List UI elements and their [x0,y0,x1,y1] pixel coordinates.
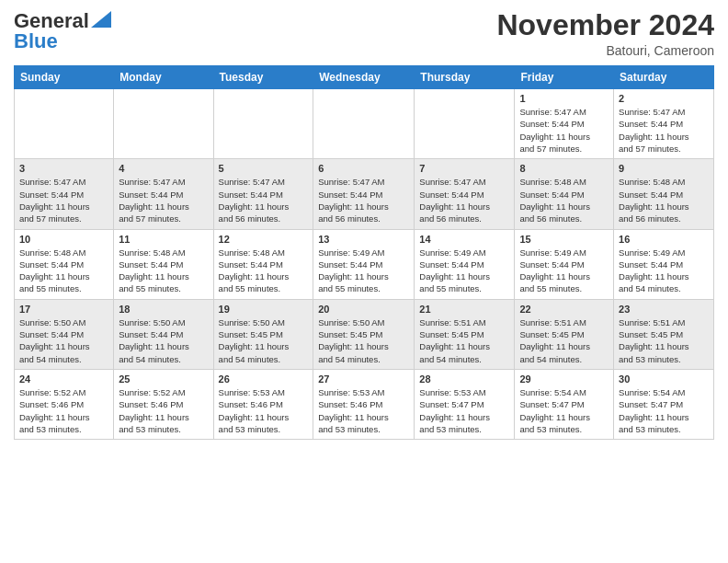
day-number: 15 [519,234,609,245]
calendar-cell: 1Sunrise: 5:47 AM Sunset: 5:44 PM Daylig… [515,89,614,159]
calendar-cell: 25Sunrise: 5:52 AM Sunset: 5:46 PM Dayli… [114,369,213,439]
weekday-header-row: SundayMondayTuesdayWednesdayThursdayFrid… [15,66,714,89]
weekday-header-sunday: Sunday [15,66,114,89]
calendar-cell: 11Sunrise: 5:48 AM Sunset: 5:44 PM Dayli… [114,229,213,299]
calendar-cell: 8Sunrise: 5:48 AM Sunset: 5:44 PM Daylig… [515,159,614,229]
day-number: 23 [619,304,709,315]
calendar-cell: 15Sunrise: 5:49 AM Sunset: 5:44 PM Dayli… [515,229,614,299]
calendar-cell: 14Sunrise: 5:49 AM Sunset: 5:44 PM Dayli… [415,229,515,299]
day-info: Sunrise: 5:49 AM Sunset: 5:44 PM Dayligh… [619,247,709,295]
day-number: 11 [119,234,208,245]
day-number: 9 [619,163,709,174]
day-info: Sunrise: 5:49 AM Sunset: 5:44 PM Dayligh… [419,247,509,295]
calendar-cell: 27Sunrise: 5:53 AM Sunset: 5:46 PM Dayli… [313,369,415,439]
calendar-cell: 21Sunrise: 5:51 AM Sunset: 5:45 PM Dayli… [415,299,515,369]
day-info: Sunrise: 5:48 AM Sunset: 5:44 PM Dayligh… [519,176,609,224]
weekday-header-monday: Monday [114,66,213,89]
day-number: 25 [119,373,208,385]
day-info: Sunrise: 5:47 AM Sunset: 5:44 PM Dayligh… [519,106,609,155]
logo: General Blue [14,9,111,53]
day-info: Sunrise: 5:49 AM Sunset: 5:44 PM Dayligh… [318,247,409,295]
day-info: Sunrise: 5:50 AM Sunset: 5:45 PM Dayligh… [318,316,409,365]
day-number: 19 [219,304,309,315]
calendar-cell: 18Sunrise: 5:50 AM Sunset: 5:44 PM Dayli… [114,299,213,369]
day-number: 18 [119,304,208,315]
weekday-header-wednesday: Wednesday [313,66,415,89]
day-number: 12 [219,234,309,245]
day-info: Sunrise: 5:48 AM Sunset: 5:44 PM Dayligh… [119,247,208,295]
day-info: Sunrise: 5:48 AM Sunset: 5:44 PM Dayligh… [219,247,309,295]
day-info: Sunrise: 5:51 AM Sunset: 5:45 PM Dayligh… [419,316,509,365]
day-info: Sunrise: 5:53 AM Sunset: 5:46 PM Dayligh… [219,386,309,435]
calendar-cell: 19Sunrise: 5:50 AM Sunset: 5:45 PM Dayli… [213,299,313,369]
calendar-cell: 26Sunrise: 5:53 AM Sunset: 5:46 PM Dayli… [213,369,313,439]
calendar-cell: 20Sunrise: 5:50 AM Sunset: 5:45 PM Dayli… [313,299,415,369]
calendar-cell: 10Sunrise: 5:48 AM Sunset: 5:44 PM Dayli… [15,229,114,299]
day-info: Sunrise: 5:51 AM Sunset: 5:45 PM Dayligh… [519,316,609,365]
logo-icon [91,11,111,28]
calendar-cell: 12Sunrise: 5:48 AM Sunset: 5:44 PM Dayli… [213,229,313,299]
day-number: 10 [19,234,108,245]
svg-marker-0 [91,11,111,28]
location: Batouri, Cameroon [496,43,714,58]
calendar-cell: 5Sunrise: 5:47 AM Sunset: 5:44 PM Daylig… [213,159,313,229]
day-number: 17 [19,304,108,315]
calendar-cell [213,89,313,159]
page: General Blue November 2024 Batouri, Came… [0,0,728,563]
day-info: Sunrise: 5:47 AM Sunset: 5:44 PM Dayligh… [619,106,709,155]
calendar-cell: 6Sunrise: 5:47 AM Sunset: 5:44 PM Daylig… [313,159,415,229]
title-area: November 2024 Batouri, Cameroon [496,9,714,58]
day-number: 4 [119,163,208,174]
calendar-cell [15,89,114,159]
day-info: Sunrise: 5:47 AM Sunset: 5:44 PM Dayligh… [318,176,409,224]
calendar-cell: 29Sunrise: 5:54 AM Sunset: 5:47 PM Dayli… [515,369,614,439]
day-info: Sunrise: 5:50 AM Sunset: 5:44 PM Dayligh… [119,316,208,365]
weekday-header-friday: Friday [515,66,614,89]
day-number: 13 [318,234,409,245]
week-row-5: 24Sunrise: 5:52 AM Sunset: 5:46 PM Dayli… [15,369,714,439]
day-info: Sunrise: 5:47 AM Sunset: 5:44 PM Dayligh… [119,176,208,224]
day-info: Sunrise: 5:52 AM Sunset: 5:46 PM Dayligh… [19,386,108,435]
day-number: 20 [318,304,409,315]
day-number: 3 [19,163,108,174]
day-info: Sunrise: 5:51 AM Sunset: 5:45 PM Dayligh… [619,316,709,365]
weekday-header-saturday: Saturday [614,66,714,89]
day-number: 2 [619,93,709,104]
calendar-cell [415,89,515,159]
month-title: November 2024 [496,9,714,41]
weekday-header-thursday: Thursday [415,66,515,89]
day-number: 14 [419,234,509,245]
calendar-cell [114,89,213,159]
logo-blue: Blue [14,29,58,53]
day-info: Sunrise: 5:53 AM Sunset: 5:46 PM Dayligh… [318,386,409,435]
calendar-cell: 16Sunrise: 5:49 AM Sunset: 5:44 PM Dayli… [614,229,714,299]
calendar-cell: 2Sunrise: 5:47 AM Sunset: 5:44 PM Daylig… [614,89,714,159]
day-info: Sunrise: 5:52 AM Sunset: 5:46 PM Dayligh… [119,386,208,435]
calendar-cell: 28Sunrise: 5:53 AM Sunset: 5:47 PM Dayli… [415,369,515,439]
day-number: 27 [318,373,409,385]
calendar-cell: 9Sunrise: 5:48 AM Sunset: 5:44 PM Daylig… [614,159,714,229]
day-number: 5 [219,163,309,174]
day-info: Sunrise: 5:47 AM Sunset: 5:44 PM Dayligh… [19,176,108,224]
weekday-header-tuesday: Tuesday [213,66,313,89]
day-info: Sunrise: 5:50 AM Sunset: 5:44 PM Dayligh… [19,316,108,365]
day-number: 22 [519,304,609,315]
week-row-3: 10Sunrise: 5:48 AM Sunset: 5:44 PM Dayli… [15,229,714,299]
calendar-cell: 24Sunrise: 5:52 AM Sunset: 5:46 PM Dayli… [15,369,114,439]
day-number: 1 [519,93,609,104]
week-row-1: 1Sunrise: 5:47 AM Sunset: 5:44 PM Daylig… [15,89,714,159]
week-row-2: 3Sunrise: 5:47 AM Sunset: 5:44 PM Daylig… [15,159,714,229]
calendar-cell: 13Sunrise: 5:49 AM Sunset: 5:44 PM Dayli… [313,229,415,299]
day-info: Sunrise: 5:49 AM Sunset: 5:44 PM Dayligh… [519,247,609,295]
header: General Blue November 2024 Batouri, Came… [14,9,714,58]
day-number: 30 [619,373,709,385]
calendar-cell: 22Sunrise: 5:51 AM Sunset: 5:45 PM Dayli… [515,299,614,369]
day-number: 24 [19,373,108,385]
day-info: Sunrise: 5:54 AM Sunset: 5:47 PM Dayligh… [619,386,709,435]
day-info: Sunrise: 5:53 AM Sunset: 5:47 PM Dayligh… [419,386,509,435]
calendar-cell [313,89,415,159]
day-number: 26 [219,373,309,385]
day-info: Sunrise: 5:48 AM Sunset: 5:44 PM Dayligh… [19,247,108,295]
day-info: Sunrise: 5:47 AM Sunset: 5:44 PM Dayligh… [419,176,509,224]
day-info: Sunrise: 5:47 AM Sunset: 5:44 PM Dayligh… [219,176,309,224]
